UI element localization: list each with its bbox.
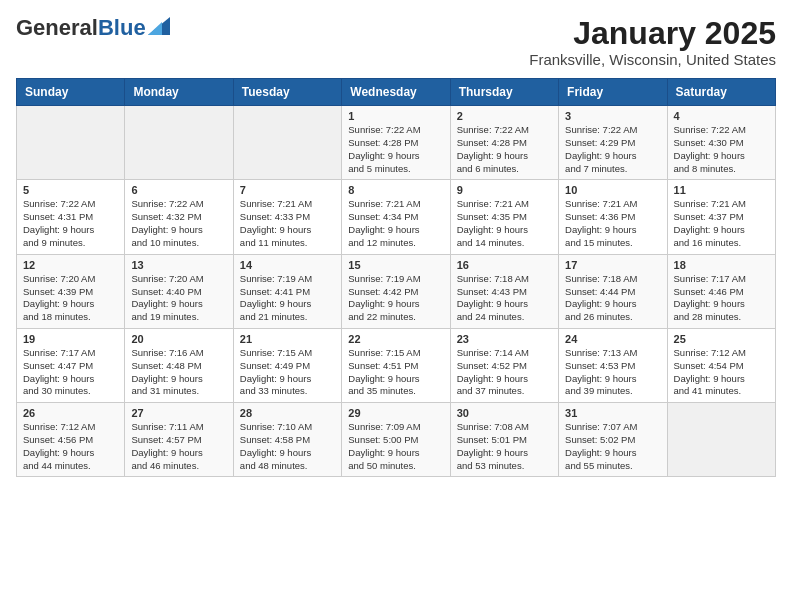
- day-info-line: Daylight: 9 hours: [457, 224, 552, 237]
- day-number: 20: [131, 333, 226, 345]
- day-info-line: Daylight: 9 hours: [674, 298, 769, 311]
- day-info-line: Sunset: 5:00 PM: [348, 434, 443, 447]
- day-info-line: Sunset: 4:28 PM: [457, 137, 552, 150]
- day-info-line: Daylight: 9 hours: [457, 298, 552, 311]
- day-info-line: and 12 minutes.: [348, 237, 443, 250]
- day-info-line: Daylight: 9 hours: [23, 298, 118, 311]
- day-info-line: Sunrise: 7:08 AM: [457, 421, 552, 434]
- day-info-line: Daylight: 9 hours: [348, 224, 443, 237]
- day-info-line: Daylight: 9 hours: [23, 447, 118, 460]
- day-info-line: and 31 minutes.: [131, 385, 226, 398]
- weekday-header-friday: Friday: [559, 79, 667, 106]
- day-number: 21: [240, 333, 335, 345]
- calendar-cell: [233, 106, 341, 180]
- calendar-cell: 24Sunrise: 7:13 AMSunset: 4:53 PMDayligh…: [559, 328, 667, 402]
- calendar-cell: 18Sunrise: 7:17 AMSunset: 4:46 PMDayligh…: [667, 254, 775, 328]
- day-info-line: and 35 minutes.: [348, 385, 443, 398]
- day-info-line: Sunrise: 7:18 AM: [457, 273, 552, 286]
- day-number: 16: [457, 259, 552, 271]
- day-info-line: Sunrise: 7:14 AM: [457, 347, 552, 360]
- calendar-cell: 29Sunrise: 7:09 AMSunset: 5:00 PMDayligh…: [342, 403, 450, 477]
- calendar-cell: 16Sunrise: 7:18 AMSunset: 4:43 PMDayligh…: [450, 254, 558, 328]
- day-info-line: Sunset: 4:42 PM: [348, 286, 443, 299]
- day-info-line: and 5 minutes.: [348, 163, 443, 176]
- day-info-line: Sunset: 4:48 PM: [131, 360, 226, 373]
- day-info-line: and 46 minutes.: [131, 460, 226, 473]
- day-info-line: Sunrise: 7:15 AM: [348, 347, 443, 360]
- day-info-line: Sunset: 4:46 PM: [674, 286, 769, 299]
- day-info-line: Sunrise: 7:21 AM: [240, 198, 335, 211]
- day-number: 24: [565, 333, 660, 345]
- day-number: 29: [348, 407, 443, 419]
- day-info-line: Daylight: 9 hours: [348, 447, 443, 460]
- day-info-line: Daylight: 9 hours: [565, 447, 660, 460]
- calendar-week-row: 5Sunrise: 7:22 AMSunset: 4:31 PMDaylight…: [17, 180, 776, 254]
- day-info-line: Sunrise: 7:16 AM: [131, 347, 226, 360]
- day-number: 18: [674, 259, 769, 271]
- day-info-line: Sunrise: 7:22 AM: [131, 198, 226, 211]
- day-info-line: and 24 minutes.: [457, 311, 552, 324]
- logo: GeneralBlue: [16, 16, 170, 40]
- calendar-cell: 8Sunrise: 7:21 AMSunset: 4:34 PMDaylight…: [342, 180, 450, 254]
- day-info-line: and 10 minutes.: [131, 237, 226, 250]
- location-text: Franksville, Wisconsin, United States: [529, 51, 776, 68]
- day-info-line: Sunset: 4:49 PM: [240, 360, 335, 373]
- day-info-line: and 19 minutes.: [131, 311, 226, 324]
- day-info-line: Sunrise: 7:20 AM: [23, 273, 118, 286]
- day-info-line: Sunrise: 7:22 AM: [565, 124, 660, 137]
- day-info-line: Daylight: 9 hours: [457, 447, 552, 460]
- calendar-cell: 4Sunrise: 7:22 AMSunset: 4:30 PMDaylight…: [667, 106, 775, 180]
- day-info-line: Sunset: 4:33 PM: [240, 211, 335, 224]
- day-info-line: and 21 minutes.: [240, 311, 335, 324]
- calendar-cell: 9Sunrise: 7:21 AMSunset: 4:35 PMDaylight…: [450, 180, 558, 254]
- day-info-line: Daylight: 9 hours: [131, 298, 226, 311]
- day-info-line: Daylight: 9 hours: [131, 373, 226, 386]
- day-info-line: Sunset: 4:58 PM: [240, 434, 335, 447]
- day-number: 26: [23, 407, 118, 419]
- day-number: 15: [348, 259, 443, 271]
- calendar-cell: 11Sunrise: 7:21 AMSunset: 4:37 PMDayligh…: [667, 180, 775, 254]
- day-number: 22: [348, 333, 443, 345]
- calendar-cell: 7Sunrise: 7:21 AMSunset: 4:33 PMDaylight…: [233, 180, 341, 254]
- day-info-line: Sunset: 4:51 PM: [348, 360, 443, 373]
- calendar-cell: 30Sunrise: 7:08 AMSunset: 5:01 PMDayligh…: [450, 403, 558, 477]
- day-info-line: Sunrise: 7:22 AM: [674, 124, 769, 137]
- day-info-line: Daylight: 9 hours: [348, 373, 443, 386]
- day-info-line: Sunset: 4:52 PM: [457, 360, 552, 373]
- day-info-line: Sunrise: 7:21 AM: [674, 198, 769, 211]
- day-number: 23: [457, 333, 552, 345]
- day-number: 1: [348, 110, 443, 122]
- calendar-cell: 20Sunrise: 7:16 AMSunset: 4:48 PMDayligh…: [125, 328, 233, 402]
- day-info-line: Sunset: 4:29 PM: [565, 137, 660, 150]
- day-info-line: Sunrise: 7:07 AM: [565, 421, 660, 434]
- day-info-line: Sunset: 4:54 PM: [674, 360, 769, 373]
- day-info-line: and 16 minutes.: [674, 237, 769, 250]
- day-info-line: Sunrise: 7:22 AM: [348, 124, 443, 137]
- day-info-line: Sunset: 4:44 PM: [565, 286, 660, 299]
- day-number: 17: [565, 259, 660, 271]
- day-info-line: Daylight: 9 hours: [240, 373, 335, 386]
- day-info-line: Daylight: 9 hours: [565, 150, 660, 163]
- day-info-line: and 44 minutes.: [23, 460, 118, 473]
- day-info-line: Sunrise: 7:15 AM: [240, 347, 335, 360]
- calendar-cell: 28Sunrise: 7:10 AMSunset: 4:58 PMDayligh…: [233, 403, 341, 477]
- calendar-cell: 21Sunrise: 7:15 AMSunset: 4:49 PMDayligh…: [233, 328, 341, 402]
- month-title: January 2025: [529, 16, 776, 51]
- day-info-line: Sunrise: 7:12 AM: [674, 347, 769, 360]
- day-info-line: Sunset: 4:57 PM: [131, 434, 226, 447]
- day-info-line: Sunset: 4:36 PM: [565, 211, 660, 224]
- calendar-cell: [125, 106, 233, 180]
- day-info-line: Sunrise: 7:17 AM: [674, 273, 769, 286]
- day-number: 4: [674, 110, 769, 122]
- day-number: 9: [457, 184, 552, 196]
- day-info-line: Sunrise: 7:13 AM: [565, 347, 660, 360]
- day-info-line: and 50 minutes.: [348, 460, 443, 473]
- day-info-line: Sunset: 4:31 PM: [23, 211, 118, 224]
- day-number: 14: [240, 259, 335, 271]
- calendar-week-row: 12Sunrise: 7:20 AMSunset: 4:39 PMDayligh…: [17, 254, 776, 328]
- weekday-header-saturday: Saturday: [667, 79, 775, 106]
- weekday-header-wednesday: Wednesday: [342, 79, 450, 106]
- day-info-line: and 7 minutes.: [565, 163, 660, 176]
- calendar-cell: 6Sunrise: 7:22 AMSunset: 4:32 PMDaylight…: [125, 180, 233, 254]
- day-info-line: Sunset: 4:43 PM: [457, 286, 552, 299]
